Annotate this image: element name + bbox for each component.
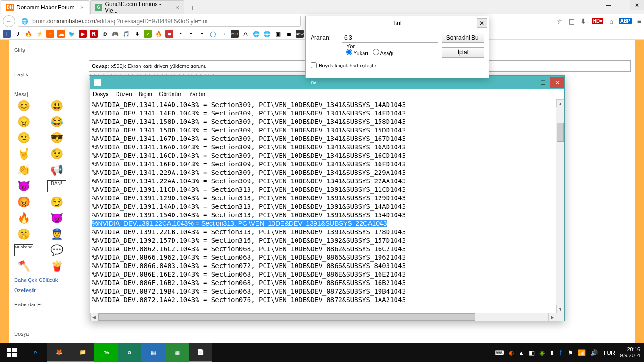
tray-language[interactable]: TUR [603, 349, 615, 356]
hd-icon[interactable]: HD▾ [592, 18, 603, 24]
tray-icon[interactable]: ◧ [529, 349, 535, 356]
emoji[interactable]: 😈 [14, 180, 33, 192]
resize-grip[interactable] [556, 313, 564, 321]
bookmark-icon[interactable]: ☁ [57, 30, 65, 38]
emoji[interactable]: 🪓 [14, 260, 33, 272]
tray-nvidia-icon[interactable]: ◉ [539, 349, 545, 356]
bookmark-icon[interactable]: 9 [14, 30, 22, 38]
direction-down-radio[interactable]: Aşağı [373, 49, 394, 56]
bookmark-icon[interactable]: 🌐 [252, 30, 260, 38]
find-cancel-button[interactable]: İptal [442, 47, 484, 58]
menu-edit[interactable]: Düzen [116, 91, 132, 98]
tab-close-icon[interactable]: × [80, 4, 84, 11]
url-input[interactable]: 🌐 forum.donanimhaber.com/edit.asp?messag… [18, 16, 301, 27]
scroll-left-arrow[interactable]: ◀ [90, 313, 98, 321]
emoji[interactable]: 🤘 [14, 148, 33, 160]
emoji[interactable]: 😠 [14, 116, 33, 128]
scroll-right-arrow[interactable]: ▶ [548, 313, 556, 321]
emoji[interactable]: 👏 [14, 164, 33, 176]
new-tab-button[interactable]: + [186, 2, 199, 14]
emoji[interactable]: 😂 [47, 116, 66, 128]
emoji[interactable]: 😎 [47, 132, 66, 144]
customize-link[interactable]: Özelleştir [14, 288, 80, 293]
emoji-ban[interactable]: BAN! [47, 180, 66, 192]
emoji[interactable]: 👮 [47, 228, 66, 240]
scroll-up-arrow[interactable]: ▲ [556, 99, 564, 107]
bookmark-icon[interactable]: ⊕ [100, 30, 108, 38]
start-button[interactable] [0, 343, 24, 362]
bookmark-icon[interactable]: ▣ [274, 30, 282, 38]
bookmark-icon[interactable]: ✓ [144, 30, 152, 38]
notepad-text-area[interactable]: %NVIDIA_DEV.1341.14AD.1043% = Section309… [90, 99, 556, 313]
bookmark-icon[interactable]: • [187, 30, 195, 38]
bookmark-icon[interactable]: • [176, 30, 184, 38]
tray-icon[interactable]: ▲ [519, 349, 525, 356]
tray-action-center-icon[interactable]: ⚑ [568, 349, 573, 356]
bookmark-icon[interactable]: ▶ [79, 30, 87, 38]
bookmark-icon[interactable]: f [3, 30, 11, 38]
close-button[interactable]: ✕ [630, 0, 644, 10]
taskbar-store[interactable]: 🛍 [94, 343, 118, 362]
taskbar-app[interactable]: ▦ [141, 343, 165, 362]
find-close-button[interactable]: ✕ [477, 18, 487, 28]
bookmark-star-icon[interactable]: ☆ [557, 17, 563, 25]
emoji[interactable]: 😏 [47, 196, 66, 208]
maximize-button[interactable]: ☐ [616, 0, 630, 10]
emoji[interactable]: 😊 [14, 100, 33, 112]
horizontal-scrollbar[interactable]: ◀ ▶ [90, 313, 556, 321]
notepad-minimize-button[interactable]: — [522, 77, 536, 88]
bookmark-icon[interactable]: 🔥 [155, 30, 163, 38]
emoji[interactable]: 💬 [47, 244, 66, 256]
taskbar-calculator[interactable]: ▦ [165, 343, 189, 362]
back-button[interactable]: ← [3, 15, 15, 27]
abp-icon[interactable]: ABP [619, 18, 632, 24]
menu-help[interactable]: Yardım [189, 91, 207, 98]
emoji[interactable]: 📢 [47, 164, 66, 176]
notepad-close-button[interactable]: ✕ [550, 77, 564, 88]
match-case-checkbox[interactable]: Büyük küçük harf eşleştir [311, 62, 438, 68]
bookmark-icon[interactable]: ■ [165, 30, 173, 38]
bookmark-icon[interactable]: 🎮 [111, 30, 119, 38]
bookmark-icon[interactable]: 🌐 [263, 30, 271, 38]
scroll-thumb[interactable] [557, 123, 564, 142]
emoji[interactable]: 😕 [14, 132, 33, 144]
notepad-maximize-button[interactable]: ☐ [536, 77, 550, 88]
scroll-thumb[interactable] [98, 313, 475, 321]
emoji[interactable]: 🔥 [14, 212, 33, 224]
direction-up-radio[interactable]: Yukarı [346, 49, 368, 56]
emoji[interactable]: 🤫 [14, 228, 33, 240]
browser-tab-active[interactable]: DH Donanım Haber Forum × [1, 0, 89, 14]
tray-icon[interactable]: ⬆ [549, 349, 554, 356]
downloads-icon[interactable]: ⬇ [580, 17, 586, 25]
menu-view[interactable]: Görünüm [159, 91, 182, 98]
tray-bluetooth-icon[interactable]: ᛒ [559, 349, 563, 356]
more-smileys-link[interactable]: Daha Çok Gülücük [14, 277, 80, 283]
emoji[interactable]: 😉 [47, 148, 66, 160]
taskbar-ie[interactable]: e [24, 343, 47, 362]
taskbar-app[interactable]: ⭘ [118, 343, 141, 362]
emoji[interactable]: 🍟 [47, 260, 66, 272]
menu-icon[interactable]: ≡ [637, 17, 641, 25]
taskbar-firefox[interactable]: 🦊 [47, 343, 71, 362]
minimize-button[interactable]: — [602, 0, 616, 10]
vertical-scrollbar[interactable]: ▲ ▼ [556, 99, 564, 313]
tray-network-icon[interactable]: 📶 [578, 349, 586, 356]
bookmark-icon[interactable]: ◼ [285, 30, 293, 38]
menu-format[interactable]: Biçim [139, 91, 152, 98]
menu-file[interactable]: Dosya [93, 91, 109, 98]
home-icon[interactable]: ⌂ [609, 17, 613, 25]
bookmark-icon[interactable]: ○ [220, 30, 228, 38]
bookmark-icon[interactable]: ⚡ [35, 30, 43, 38]
bookmark-icon[interactable]: 🐦 [68, 30, 76, 38]
bookmark-icon[interactable]: ≡ [46, 30, 54, 38]
tray-keyboard-icon[interactable]: ⌨ [495, 349, 504, 356]
reading-list-icon[interactable]: ▥ [569, 17, 575, 25]
browser-tab-inactive[interactable]: G Guru3D.com Forums - Vie... × [90, 0, 184, 14]
find-search-input[interactable] [342, 33, 438, 43]
tray-clock[interactable]: 20:16 9.9.2014 [620, 346, 640, 359]
bookmark-icon[interactable]: 🎵 [122, 30, 130, 38]
tray-volume-icon[interactable]: 🔊 [590, 349, 598, 356]
emoji[interactable]: 😃 [47, 100, 66, 112]
bookmark-icon[interactable]: HD [231, 30, 239, 38]
emoji[interactable]: 👿 [47, 212, 66, 224]
